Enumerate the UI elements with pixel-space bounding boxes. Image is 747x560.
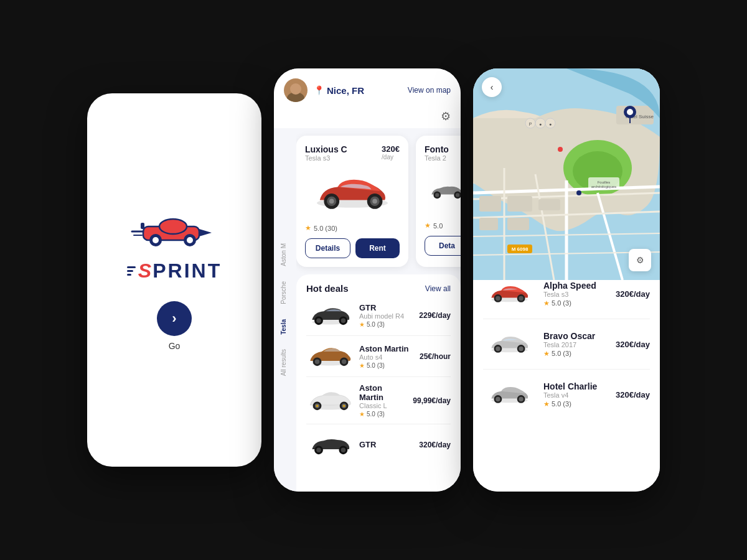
svg-point-1 (159, 219, 187, 234)
svg-point-41 (341, 448, 346, 453)
main-content-area: Luxious C Tesla s3 320€ /day (296, 128, 461, 492)
svg-text:archéologiques: archéologiques (591, 185, 617, 189)
map-car-list: Alpha Speed Tesla s3 ★5.0 (3) 320€/day (473, 268, 660, 492)
svg-point-90 (496, 397, 500, 401)
logo-s-letter: S (138, 259, 153, 282)
svg-point-77 (576, 190, 581, 195)
map-list-item-2[interactable]: Hotel Charlie Tesla v4 ★5.0 (3) 320€/day (483, 378, 650, 411)
svg-point-16 (372, 199, 377, 204)
go-label: Go (169, 341, 181, 351)
logo-rest-text: PRINT (153, 259, 222, 282)
deal-info-2: Aston Martin Classic L ★5.0 (3) (359, 383, 406, 418)
deal-name-0: GTR (359, 303, 413, 312)
sprint-car-logo (131, 209, 218, 250)
hot-deals-title: Hot deals (306, 283, 349, 294)
svg-point-85 (496, 347, 500, 351)
map-area: M 6098 Hôtel Suisse Fouilles archéologiq… (473, 68, 660, 280)
tab-aston-m[interactable]: Aston M (279, 241, 291, 269)
svg-point-74 (627, 109, 633, 115)
map-car-rating-0: ★5.0 (3) (543, 299, 608, 307)
svg-rect-3 (141, 223, 144, 229)
tab-porsche[interactable]: Porsche (279, 279, 291, 307)
car-listing-screen: 📍 Nice, FR View on map ⚙ Aston M Porsche… (274, 68, 461, 492)
map-list-item-0[interactable]: Alpha Speed Tesla s3 ★5.0 (3) 320€/day (483, 278, 650, 319)
svg-point-7 (187, 237, 193, 243)
map-car-name-0: Alpha Speed (543, 281, 608, 291)
location-text: Nice, FR (327, 85, 364, 96)
hot-deals-header: Hot deals View all (306, 283, 451, 294)
location-pin-icon: 📍 (314, 85, 324, 95)
deal-name-3: GTR (359, 440, 413, 449)
view-on-map-button[interactable]: View on map (408, 86, 451, 95)
tab-all-results[interactable]: All results (279, 347, 291, 378)
svg-text:Fouilles: Fouilles (598, 180, 611, 184)
map-car-rating-2: ★5.0 (3) (543, 400, 608, 408)
deal-car-image-1 (306, 342, 353, 370)
svg-rect-56 (507, 196, 532, 212)
deal-item-0[interactable]: GTR Aubi model R4 ★5.0 (3) 229€/day (306, 301, 451, 336)
location-info: 📍 Nice, FR (314, 85, 402, 96)
svg-text:M 6098: M 6098 (512, 246, 529, 252)
map-car-image-2 (483, 378, 536, 411)
go-button[interactable]: › (157, 301, 192, 336)
view-all-button[interactable]: View all (425, 284, 451, 293)
map-car-price-0: 320€/day (616, 289, 650, 299)
card-price-sub-0: /day (382, 154, 400, 161)
filter-icon[interactable]: ⚙ (441, 110, 451, 123)
map-svg: M 6098 Hôtel Suisse Fouilles archéologiq… (473, 68, 660, 280)
map-car-name-2: Hotel Charlie (543, 381, 608, 391)
deal-name-2: Aston Martin (359, 383, 406, 402)
featured-card-1: Fonto Tesla 2 ★ 5.0 (416, 136, 461, 267)
card-car-name-1: Fonto (425, 144, 461, 154)
deal-car-image-3 (306, 431, 353, 459)
deal-item-3[interactable]: GTR 320€/day (306, 431, 451, 465)
map-car-name-1: Bravo Oscar (543, 331, 608, 341)
map-car-image-0 (483, 278, 536, 310)
svg-rect-59 (538, 199, 560, 210)
details-button-0[interactable]: Details (305, 238, 350, 258)
featured-cards: Luxious C Tesla s3 320€ /day (296, 128, 461, 274)
card-car-image-0 (305, 169, 400, 219)
map-car-price-2: 320€/day (616, 390, 650, 399)
details-button-1[interactable]: Deta (425, 236, 461, 256)
vertical-category-tabs: Aston M Porsche Tesla All results (274, 128, 296, 492)
tab-tesla[interactable]: Tesla (279, 317, 291, 337)
deal-name-1: Aston Martin (359, 344, 413, 353)
deal-price-3: 320€/day (419, 441, 451, 449)
map-car-model-2: Tesla v4 (543, 391, 608, 399)
svg-point-25 (341, 319, 346, 324)
back-arrow-icon: ‹ (491, 82, 494, 92)
svg-point-87 (519, 347, 523, 351)
svg-text:●: ● (549, 122, 552, 126)
map-filter-icon: ⚙ (636, 255, 644, 265)
svg-point-36 (316, 404, 319, 407)
user-avatar[interactable] (284, 78, 308, 102)
logo-area: S PRINT (127, 209, 222, 282)
map-car-info-0: Alpha Speed Tesla s3 ★5.0 (3) (543, 281, 608, 307)
map-filter-button[interactable]: ⚙ (629, 249, 651, 271)
card-rating-0: ★ 5.0 (30) (305, 224, 400, 232)
deal-car-image-2 (306, 386, 353, 414)
deal-item-1[interactable]: Aston Martin Auto s4 ★5.0 (3) 25€/hour (306, 342, 451, 377)
deal-item-2[interactable]: Aston Martin Classic L ★5.0 (3) 99,99€/d… (306, 383, 451, 424)
rent-button-0[interactable]: Rent (355, 238, 400, 258)
brand-name: S PRINT (127, 259, 222, 282)
card-price-0: 320€ (382, 144, 400, 154)
svg-point-23 (316, 319, 321, 324)
map-car-rating-1: ★5.0 (3) (543, 350, 608, 358)
back-button[interactable]: ‹ (482, 77, 502, 97)
hot-deals-section: Hot deals View all (296, 274, 461, 492)
svg-text:●: ● (539, 122, 542, 126)
svg-rect-57 (479, 218, 498, 230)
deal-info-3: GTR (359, 440, 413, 449)
deal-model-2: Classic L (359, 402, 406, 409)
svg-point-5 (153, 237, 159, 243)
map-list-item-1[interactable]: Bravo Oscar Tesla 2017 ★5.0 (3) 320€/day (483, 328, 650, 370)
splash-screen: S PRINT › Go (87, 93, 261, 467)
svg-point-39 (316, 448, 321, 453)
deal-rating-0: ★5.0 (3) (359, 321, 413, 328)
map-car-info-2: Hotel Charlie Tesla v4 ★5.0 (3) (543, 381, 608, 408)
svg-point-82 (519, 296, 523, 301)
map-car-info-1: Bravo Oscar Tesla 2017 ★5.0 (3) (543, 331, 608, 358)
deal-price-1: 25€/hour (420, 352, 451, 361)
